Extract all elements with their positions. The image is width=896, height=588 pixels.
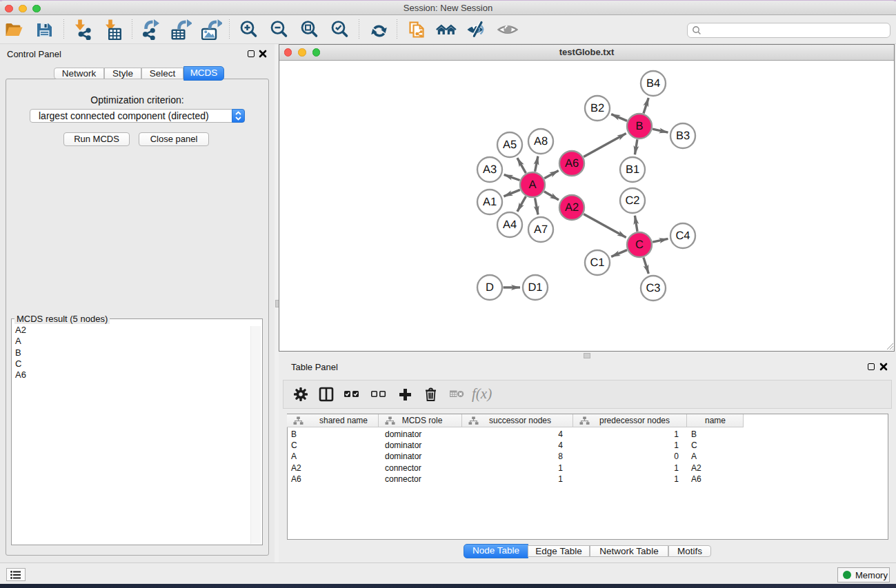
- svg-text:B4: B4: [646, 77, 660, 90]
- svg-text:A2: A2: [565, 201, 579, 214]
- svg-text:A6: A6: [565, 157, 579, 170]
- svg-text:D: D: [486, 281, 494, 294]
- svg-text:B1: B1: [626, 163, 639, 176]
- svg-text:D1: D1: [528, 281, 542, 294]
- svg-text:A3: A3: [483, 163, 497, 176]
- svg-text:C4: C4: [675, 230, 690, 242]
- svg-text:B2: B2: [590, 102, 604, 114]
- svg-text:C: C: [635, 239, 644, 251]
- svg-text:C2: C2: [625, 194, 639, 207]
- svg-text:A4: A4: [503, 219, 517, 231]
- svg-text:A1: A1: [483, 196, 497, 208]
- svg-text:B3: B3: [676, 130, 690, 142]
- svg-text:C3: C3: [646, 282, 660, 294]
- svg-text:A7: A7: [534, 223, 548, 236]
- svg-text:A: A: [528, 179, 536, 191]
- svg-text:A8: A8: [534, 135, 548, 148]
- svg-text:B: B: [635, 120, 643, 132]
- svg-text:C1: C1: [590, 256, 604, 269]
- svg-text:A5: A5: [503, 139, 517, 151]
